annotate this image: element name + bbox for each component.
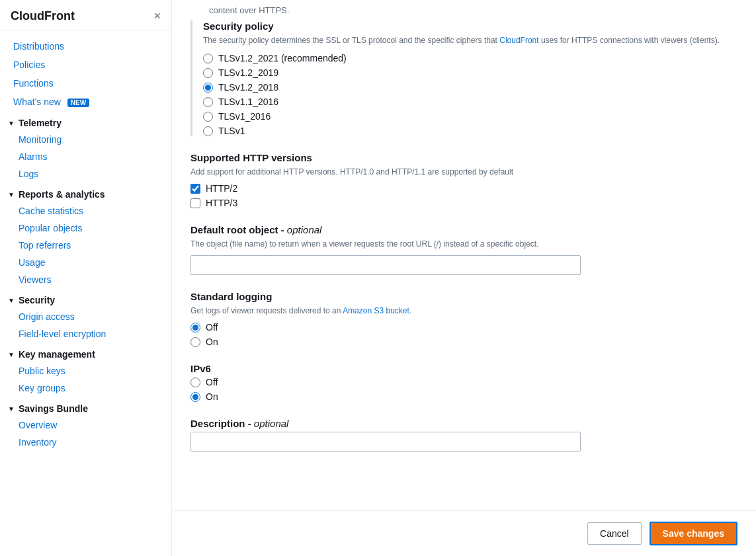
http-versions-section: Supported HTTP versions Add support for … <box>190 152 737 208</box>
sidebar-item-key-groups[interactable]: Key groups <box>0 379 171 397</box>
security-policy-radio-group: TLSv1.2_2021 (recommended) TLSv1.2_2019 … <box>203 53 737 136</box>
radio-tls12-2021[interactable]: TLSv1.2_2021 (recommended) <box>203 53 737 63</box>
radio-input-tls1[interactable] <box>203 126 213 136</box>
main-panel: content over HTTPS. Security policy The … <box>172 0 756 556</box>
radio-tls1[interactable]: TLSv1 <box>203 126 737 136</box>
radio-input-ipv6-off[interactable] <box>190 377 200 387</box>
checkbox-input-http3[interactable] <box>190 198 200 208</box>
sidebar: CloudFront × Distributions Policies Func… <box>0 0 172 556</box>
main-content: content over HTTPS. Security policy The … <box>172 0 756 510</box>
cancel-button[interactable]: Cancel <box>587 522 642 545</box>
checkbox-http3[interactable]: HTTP/3 <box>190 198 737 208</box>
http-versions-hint: Add support for additional HTTP versions… <box>190 166 737 178</box>
sidebar-item-top-referrers[interactable]: Top referrers <box>0 237 171 254</box>
description-label: Description - optional <box>190 418 737 429</box>
security-policy-section: Security policy The security policy dete… <box>190 20 737 136</box>
radio-tls1-2016[interactable]: TLSv1_2016 <box>203 111 737 122</box>
sidebar-item-cache-statistics[interactable]: Cache statistics <box>0 202 171 219</box>
radio-input-logging-on[interactable] <box>190 337 200 347</box>
default-root-object-label: Default root object - optional <box>190 224 737 235</box>
sidebar-item-whats-new[interactable]: What's new NEW <box>0 93 171 111</box>
standard-logging-title: Standard logging <box>190 291 737 302</box>
sidebar-nav: Distributions Policies Functions What's … <box>0 30 171 556</box>
sidebar-section-security[interactable]: ▼ Security <box>0 288 171 308</box>
radio-logging-on[interactable]: On <box>190 337 737 347</box>
key-management-arrow-icon: ▼ <box>8 351 15 358</box>
default-root-object-section: Default root object - optional The objec… <box>190 224 737 275</box>
sidebar-item-policies[interactable]: Policies <box>0 56 171 74</box>
content-top: content over HTTPS. <box>190 0 737 15</box>
radio-ipv6-on[interactable]: On <box>190 391 737 402</box>
radio-input-ipv6-on[interactable] <box>190 392 200 402</box>
sidebar-section-reports[interactable]: ▼ Reports & analytics <box>0 182 171 202</box>
sidebar-item-distributions[interactable]: Distributions <box>0 37 171 56</box>
sidebar-item-alarms[interactable]: Alarms <box>0 148 171 165</box>
save-changes-button[interactable]: Save changes <box>650 522 737 545</box>
sidebar-header: CloudFront × <box>0 0 171 30</box>
radio-input-tls12-2021[interactable] <box>203 54 213 63</box>
radio-tls12-2019[interactable]: TLSv1.2_2019 <box>203 67 737 78</box>
radio-input-logging-off[interactable] <box>190 323 200 333</box>
close-button[interactable]: × <box>153 9 161 23</box>
security-policy-title: Security policy <box>203 20 737 32</box>
standard-logging-hint: Get logs of viewer requests delivered to… <box>190 305 737 317</box>
ipv6-title: IPv6 <box>190 363 737 374</box>
sidebar-item-monitoring[interactable]: Monitoring <box>0 131 171 148</box>
sidebar-item-origin-access[interactable]: Origin access <box>0 308 171 325</box>
security-policy-description: The security policy determines the SSL o… <box>203 34 737 46</box>
radio-input-tls12-2018[interactable] <box>203 83 213 93</box>
radio-tls11-2016[interactable]: TLSv1.1_2016 <box>203 97 737 107</box>
radio-input-tls1-2016[interactable] <box>203 112 213 122</box>
sidebar-item-viewers[interactable]: Viewers <box>0 271 171 288</box>
sidebar-item-functions[interactable]: Functions <box>0 74 171 93</box>
sidebar-item-public-keys[interactable]: Public keys <box>0 362 171 379</box>
standard-logging-section: Standard logging Get logs of viewer requ… <box>190 291 737 347</box>
sidebar-item-overview[interactable]: Overview <box>0 417 171 434</box>
telemetry-arrow-icon: ▼ <box>8 120 15 127</box>
sidebar-item-inventory[interactable]: Inventory <box>0 434 171 451</box>
default-root-object-hint: The object (file name) to return when a … <box>190 238 737 250</box>
ipv6-section: IPv6 Off On <box>190 363 737 402</box>
savings-arrow-icon: ▼ <box>8 405 15 413</box>
s3-link[interactable]: Amazon S3 bucket <box>343 306 409 315</box>
sidebar-section-savings-bundle[interactable]: ▼ Savings Bundle <box>0 397 171 417</box>
sidebar-item-usage[interactable]: Usage <box>0 254 171 271</box>
radio-ipv6-off[interactable]: Off <box>190 377 737 387</box>
cloudfront-link[interactable]: CloudFront <box>499 36 538 45</box>
default-root-object-input[interactable]: index.html <box>190 255 581 275</box>
checkbox-input-http2[interactable] <box>190 184 200 194</box>
checkbox-http2[interactable]: HTTP/2 <box>190 183 737 194</box>
http-versions-title: Supported HTTP versions <box>190 152 737 163</box>
sidebar-item-popular-objects[interactable]: Popular objects <box>0 219 171 237</box>
main-footer: Cancel Save changes <box>172 510 756 556</box>
sidebar-item-logs[interactable]: Logs <box>0 165 171 182</box>
radio-logging-off[interactable]: Off <box>190 322 737 333</box>
new-badge: NEW <box>67 99 89 107</box>
sidebar-title: CloudFront <box>11 9 75 23</box>
description-input[interactable]: This is the CDN for the media.tutorialsd… <box>190 432 581 452</box>
content-note: content over HTTPS. <box>209 5 719 15</box>
radio-tls12-2018[interactable]: TLSv1.2_2018 <box>203 82 737 93</box>
reports-arrow-icon: ▼ <box>8 191 15 198</box>
radio-input-tls12-2019[interactable] <box>203 68 213 78</box>
sidebar-item-field-level-encryption[interactable]: Field-level encryption <box>0 325 171 342</box>
security-arrow-icon: ▼ <box>8 297 15 304</box>
sidebar-section-key-management[interactable]: ▼ Key management <box>0 342 171 362</box>
radio-input-tls11-2016[interactable] <box>203 97 213 107</box>
sidebar-section-telemetry[interactable]: ▼ Telemetry <box>0 111 171 131</box>
description-section: Description - optional This is the CDN f… <box>190 418 737 452</box>
